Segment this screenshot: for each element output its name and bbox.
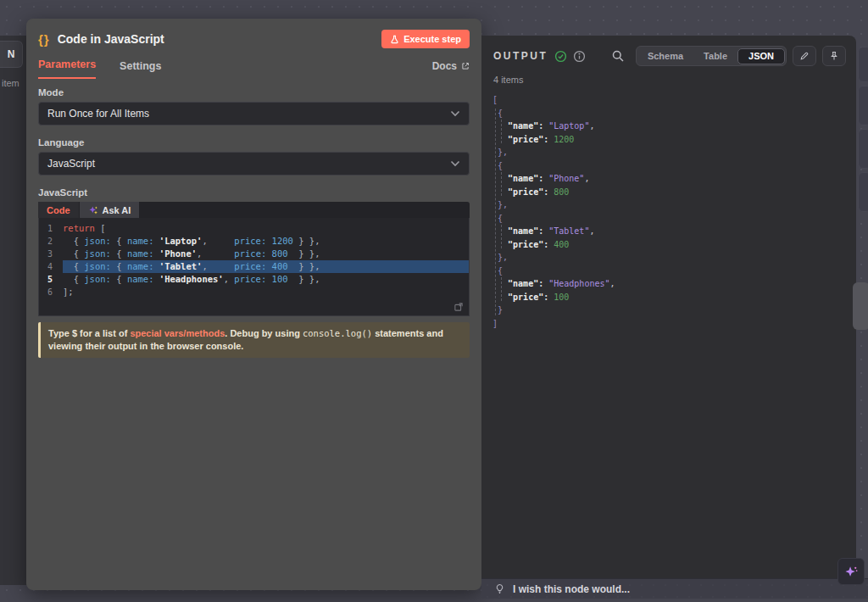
node-settings-modal: {} Code in JavaScript Execute step Param… bbox=[26, 19, 481, 590]
tab-parameters[interactable]: Parameters bbox=[38, 59, 96, 79]
external-link-icon bbox=[461, 62, 470, 70]
occluded-sidebar-button bbox=[858, 86, 868, 125]
language-label: Language bbox=[38, 137, 470, 148]
json-line: } bbox=[492, 304, 615, 317]
collapsed-panel-handle[interactable] bbox=[853, 282, 868, 330]
json-line: ] bbox=[492, 317, 615, 331]
json-line: "name": "Phone", bbox=[492, 172, 615, 186]
info-icon[interactable] bbox=[573, 50, 586, 63]
view-tab-json[interactable]: JSON bbox=[737, 48, 785, 64]
json-line: "name": "Tablet", bbox=[492, 225, 615, 238]
input-view-toggle-partial[interactable]: N bbox=[0, 41, 23, 68]
tab-settings[interactable]: Settings bbox=[120, 60, 161, 79]
output-panel: OUTPUT SchemaTableJSON 4 items [ { "name… bbox=[481, 36, 856, 578]
success-check-icon bbox=[554, 50, 567, 63]
ask-ai-label: Ask AI bbox=[103, 205, 131, 215]
occluded-sidebar-button bbox=[858, 47, 868, 82]
ai-sparkle-icon bbox=[844, 565, 859, 579]
edit-output-button[interactable] bbox=[793, 46, 816, 66]
json-line: "name": "Laptop", bbox=[492, 120, 615, 133]
input-panel-occluded: N item bbox=[0, 36, 26, 585]
language-select[interactable]: JavaScript bbox=[38, 152, 470, 176]
execute-step-label: Execute step bbox=[403, 34, 461, 44]
chevron-down-icon bbox=[450, 110, 460, 117]
occluded-sidebar-button bbox=[858, 172, 868, 212]
line-number: 4 bbox=[39, 260, 63, 273]
hint-text: . Debug by using bbox=[225, 328, 303, 338]
pin-data-button[interactable] bbox=[822, 46, 846, 66]
node-feedback-bar[interactable]: I wish this node would... bbox=[481, 578, 868, 599]
code-section-label: JavaScript bbox=[38, 187, 470, 198]
input-items-count-partial: item bbox=[2, 78, 26, 88]
code-line[interactable]: 1return [ bbox=[39, 222, 469, 235]
search-icon[interactable] bbox=[611, 49, 625, 63]
json-line: { bbox=[492, 212, 615, 226]
mode-label: Mode bbox=[38, 87, 470, 98]
indent-guide bbox=[501, 120, 502, 143]
code-line[interactable]: 4 { json: { name: 'Tablet', price: 400 }… bbox=[39, 260, 469, 273]
indent-guide bbox=[501, 225, 502, 248]
code-text: return [ bbox=[63, 222, 469, 235]
special-vars-link[interactable]: special vars/methods bbox=[130, 328, 225, 338]
json-line: { bbox=[492, 107, 615, 120]
indent-guide bbox=[495, 109, 496, 315]
mode-select-value: Run Once for All Items bbox=[47, 108, 149, 120]
canvas: { "colors":{"accent":"#ff6d5a","success"… bbox=[0, 0, 868, 602]
code-line[interactable]: 6]; bbox=[39, 286, 469, 298]
inline-code: console.log() bbox=[303, 328, 372, 338]
output-header: OUTPUT SchemaTableJSON bbox=[481, 36, 856, 66]
line-number: 1 bbox=[39, 222, 63, 235]
json-line: [ bbox=[492, 93, 615, 107]
json-line: { bbox=[492, 159, 615, 173]
tab-ask-ai[interactable]: Ask AI bbox=[80, 202, 140, 218]
line-number: 2 bbox=[39, 235, 63, 248]
editor-hint-note: Type $ for a list of special vars/method… bbox=[38, 322, 470, 358]
json-line: }, bbox=[492, 146, 615, 159]
ai-assistant-button[interactable] bbox=[837, 558, 865, 585]
code-text: { json: { name: 'Tablet', price: 400 } }… bbox=[63, 260, 469, 273]
code-text: { json: { name: 'Laptop', price: 1200 } … bbox=[63, 235, 469, 248]
flask-icon bbox=[390, 35, 399, 44]
modal-tab-bar: Parameters Settings Docs bbox=[26, 57, 481, 79]
json-line: { bbox=[492, 265, 615, 278]
code-text: { json: { name: 'Phone', price: 800 } }, bbox=[63, 248, 469, 260]
mode-select[interactable]: Run Once for All Items bbox=[38, 102, 470, 125]
code-line[interactable]: 2 { json: { name: 'Laptop', price: 1200 … bbox=[39, 235, 469, 248]
code-node-icon: {} bbox=[38, 32, 50, 47]
output-title: OUTPUT bbox=[493, 50, 548, 62]
json-line: }, bbox=[492, 198, 615, 212]
json-line: "price": 100 bbox=[492, 291, 615, 304]
json-line: "price": 1200 bbox=[492, 133, 615, 147]
node-title: Code in JavaScript bbox=[58, 32, 381, 46]
occluded-sidebar-button bbox=[858, 129, 868, 169]
json-line: }, bbox=[492, 251, 615, 265]
tab-code[interactable]: Code bbox=[38, 202, 79, 218]
line-number: 3 bbox=[39, 248, 63, 260]
wish-text: I wish this node would... bbox=[513, 583, 630, 595]
view-tab-table[interactable]: Table bbox=[693, 48, 737, 64]
hint-text: Type $ for a list of bbox=[48, 328, 130, 338]
editor-tab-bar: Code Ask AI bbox=[38, 202, 470, 218]
json-line: "price": 800 bbox=[492, 186, 615, 199]
code-text: { json: { name: 'Headphones', price: 100… bbox=[63, 273, 469, 286]
indent-guide bbox=[501, 277, 502, 301]
json-output-view[interactable]: [ { "name": "Laptop", "price": 1200 }, {… bbox=[492, 93, 615, 330]
indent-guide bbox=[501, 172, 502, 196]
docs-label: Docs bbox=[432, 60, 457, 72]
code-editor[interactable]: 1return [2 { json: { name: 'Laptop', pri… bbox=[38, 218, 470, 316]
json-line: "price": 400 bbox=[492, 238, 615, 252]
output-items-count: 4 items bbox=[493, 75, 523, 85]
code-line[interactable]: 5 { json: { name: 'Headphones', price: 1… bbox=[39, 273, 469, 286]
json-line: "name": "Headphones", bbox=[492, 277, 615, 291]
modal-header: {} Code in JavaScript Execute step bbox=[26, 19, 481, 48]
chevron-down-icon bbox=[450, 160, 460, 167]
line-number: 6 bbox=[39, 286, 63, 298]
code-text: ]; bbox=[63, 286, 469, 298]
language-select-value: JavaScript bbox=[47, 158, 95, 170]
docs-link[interactable]: Docs bbox=[432, 60, 470, 79]
output-view-switcher: SchemaTableJSON bbox=[636, 46, 787, 66]
expand-editor-icon[interactable] bbox=[453, 302, 464, 312]
view-tab-schema[interactable]: Schema bbox=[637, 48, 693, 64]
execute-step-button[interactable]: Execute step bbox=[381, 30, 470, 48]
code-line[interactable]: 3 { json: { name: 'Phone', price: 800 } … bbox=[39, 248, 469, 260]
